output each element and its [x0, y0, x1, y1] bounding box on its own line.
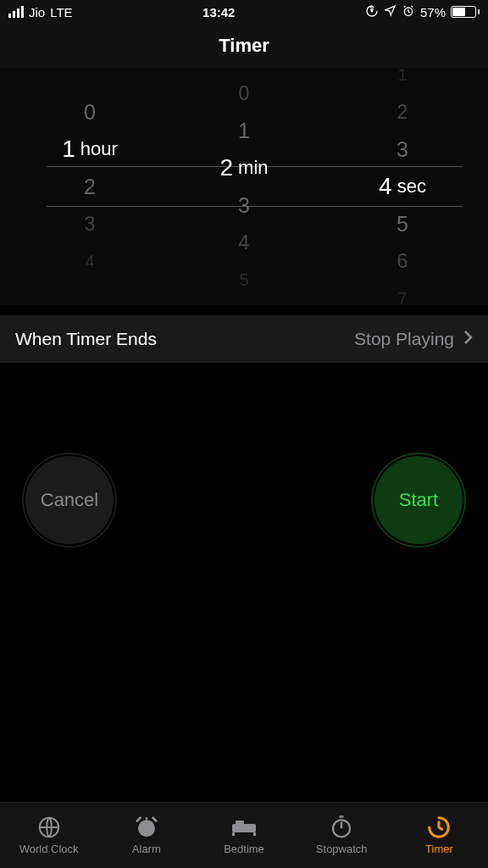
- status-time: 13:42: [202, 5, 235, 19]
- tab-bar: World Clock Alarm Bedtime Stopwatch Time…: [0, 802, 488, 868]
- picker-option[interactable]: 2: [45, 168, 118, 205]
- picker-option[interactable]: 7: [379, 280, 435, 317]
- picker-option[interactable]: 0: [45, 93, 118, 131]
- cancel-button[interactable]: Cancel: [25, 456, 114, 544]
- picker-option[interactable]: 5: [219, 261, 268, 298]
- svg-rect-6: [232, 832, 235, 836]
- status-bar: Jio LTE 13:42 57%: [0, 0, 488, 24]
- picker-option[interactable]: 4: [219, 224, 268, 261]
- picker-col-hours[interactable]: 0 1hour 2 3 4: [0, 68, 163, 305]
- duration-picker[interactable]: 0 1hour 2 3 4 0 1 2min 3 4 5 1 2 3 4sec: [0, 68, 488, 305]
- tab-label: Bedtime: [224, 843, 264, 855]
- tab-label: Alarm: [132, 843, 161, 855]
- picker-option[interactable]: 2: [379, 93, 435, 131]
- tab-alarm[interactable]: Alarm: [97, 803, 195, 868]
- status-left: Jio LTE: [8, 5, 73, 19]
- picker-selected-minutes[interactable]: 2min: [219, 149, 268, 186]
- signal-icon: [8, 6, 24, 18]
- tab-label: World Clock: [19, 843, 79, 855]
- stopwatch-icon: [328, 815, 355, 839]
- tab-timer[interactable]: Timer: [391, 803, 488, 868]
- when-timer-ends-label: When Timer Ends: [15, 329, 157, 349]
- picker-option[interactable]: 4: [45, 242, 118, 280]
- svg-rect-8: [236, 821, 244, 824]
- picker-option[interactable]: 0: [219, 75, 268, 112]
- action-buttons: Cancel Start: [0, 456, 488, 544]
- alarm-icon: [402, 4, 415, 20]
- chevron-right-icon: [463, 328, 473, 350]
- alarm-clock-icon: [133, 815, 160, 839]
- network-label: LTE: [50, 5, 72, 19]
- tab-bedtime[interactable]: Bedtime: [195, 803, 292, 868]
- svg-rect-7: [253, 832, 256, 836]
- svg-point-3: [138, 820, 155, 837]
- tab-world-clock[interactable]: World Clock: [0, 803, 97, 868]
- svg-point-4: [145, 817, 147, 820]
- picker-option[interactable]: 1: [379, 56, 435, 93]
- status-right: 57%: [365, 4, 480, 20]
- picker-option[interactable]: 3: [379, 131, 435, 168]
- picker-selected-hours[interactable]: 1hour: [45, 131, 118, 168]
- start-button[interactable]: Start: [374, 456, 463, 544]
- picker-option[interactable]: 5: [379, 205, 435, 242]
- orientation-lock-icon: [365, 4, 379, 20]
- picker-col-minutes[interactable]: 0 1 2min 3 4 5: [163, 68, 325, 305]
- picker-option[interactable]: 1: [219, 112, 268, 149]
- tab-stopwatch[interactable]: Stopwatch: [293, 803, 391, 868]
- tab-label: Stopwatch: [316, 843, 368, 855]
- when-timer-ends-row[interactable]: When Timer Ends Stop Playing: [0, 315, 488, 363]
- location-icon: [384, 4, 396, 19]
- picker-col-seconds[interactable]: 1 2 3 4sec 5 6 7: [325, 68, 488, 305]
- picker-option[interactable]: 3: [219, 186, 268, 224]
- bed-icon: [230, 815, 258, 839]
- picker-option[interactable]: 6: [379, 242, 435, 280]
- globe-icon: [36, 815, 63, 839]
- carrier-label: Jio: [29, 5, 45, 19]
- svg-rect-5: [232, 824, 256, 832]
- battery-pct: 57%: [420, 5, 446, 19]
- tab-label: Timer: [425, 843, 453, 855]
- picker-option[interactable]: 3: [45, 205, 118, 242]
- picker-selected-seconds[interactable]: 4sec: [379, 168, 435, 205]
- when-timer-ends-value: Stop Playing: [354, 328, 473, 350]
- timer-icon: [425, 815, 452, 839]
- battery-icon: [451, 6, 480, 18]
